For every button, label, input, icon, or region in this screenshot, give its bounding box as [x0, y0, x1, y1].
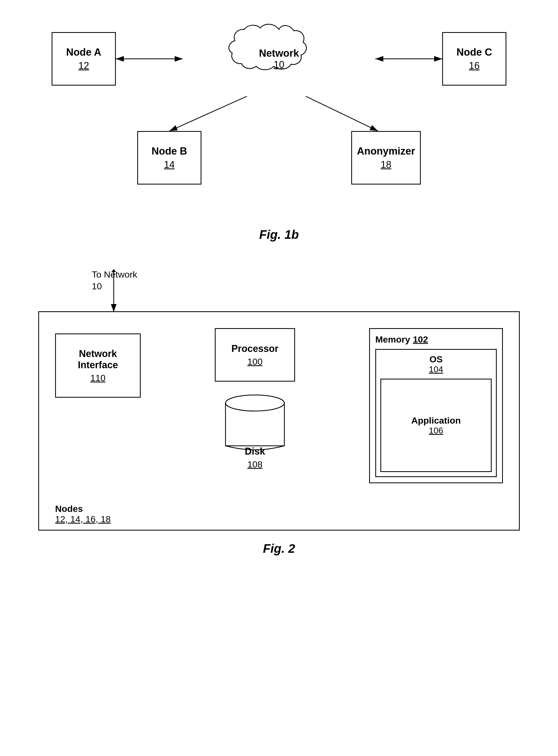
memory-title: Memory 102 [375, 334, 497, 345]
svg-line-5 [306, 96, 378, 131]
os-outer-box: OS 104 Application 106 [375, 349, 497, 477]
fig1b-diagram: Network 10 Node A 12 Node C 16 Node B 14… [38, 16, 520, 219]
disk-container: Disk 108 [220, 390, 290, 470]
components-row: Network Interface 110 Processor 100 [55, 328, 503, 483]
network-label: Network 10 [259, 48, 299, 70]
processor-box: Processor 100 [215, 328, 295, 382]
fig2-diagram: To Network 10 Network Interfac [38, 268, 520, 530]
node-a-box: Node A 12 [52, 32, 116, 85]
svg-point-10 [226, 395, 284, 411]
svg-line-4 [169, 96, 247, 131]
network-interface-box: Network Interface 110 [55, 334, 141, 398]
memory-outer-box: Memory 102 OS 104 Application 106 [369, 328, 503, 483]
anonymizer-box: Anonymizer 18 [351, 131, 421, 184]
nodes-label: Nodes 12, 14, 16, 18 [55, 503, 111, 524]
center-column: Processor 100 [215, 328, 295, 470]
fig2-caption: Fig. 2 [263, 541, 295, 556]
node-c-box: Node C 16 [442, 32, 506, 85]
node-b-box: Node B 14 [137, 131, 201, 184]
fig1b-caption: Fig. 1b [259, 227, 299, 242]
to-network-label: To Network 10 [92, 268, 137, 292]
nodes-outer-box: Network Interface 110 Processor 100 [38, 311, 520, 530]
fig2-section: To Network 10 Network Interfac [38, 268, 520, 556]
network-cloud: Network 10 [223, 21, 335, 96]
disk-cylinder-svg [220, 390, 290, 454]
fig1b-section: Network 10 Node A 12 Node C 16 Node B 14… [38, 16, 520, 242]
application-inner-box: Application 106 [380, 379, 492, 472]
